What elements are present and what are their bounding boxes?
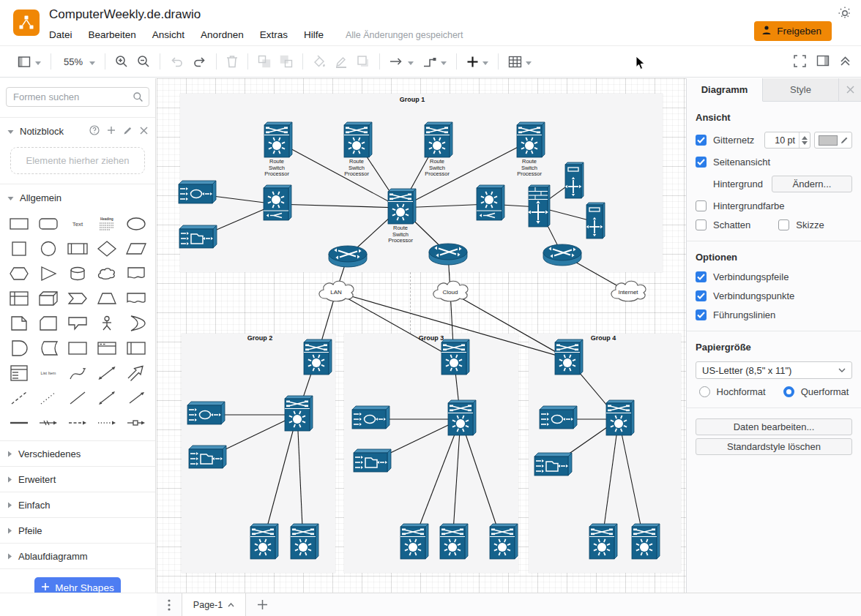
diagram-node-rsp[interactable] [632,524,660,559]
panel-close-icon[interactable] [839,78,861,101]
shape-card[interactable] [34,314,63,332]
shape-rounded-rectangle[interactable] [34,214,63,233]
menu-item-5[interactable]: Hilfe [304,29,324,40]
menu-item-1[interactable]: Bearbeiten [89,29,136,40]
diagram-node-tape[interactable] [179,181,216,203]
toolbar-table-button[interactable] [504,51,536,72]
grid-size-input[interactable]: 10 pt [764,132,810,149]
diagram-edge[interactable] [277,141,400,208]
shape-step[interactable] [63,289,92,307]
toolbar-format-panel-button[interactable] [816,55,830,70]
shape-window[interactable] [92,339,122,357]
section-allgemein-header[interactable]: Allgemein [0,184,155,211]
section-pfeile[interactable]: Pfeile [0,517,155,543]
diagram-node-rsp[interactable]: RouteSwitchProcessor [388,189,416,244]
toolbar-insert-button[interactable] [462,51,493,72]
shape-or[interactable] [122,314,151,332]
diagram-node-router[interactable] [543,244,581,266]
diagram-node-rsp[interactable]: RouteSwitchProcessor [425,122,452,177]
help-icon[interactable] [89,125,100,138]
diagram-node-rsp[interactable] [441,339,469,375]
add-icon[interactable] [107,126,116,137]
paper-size-select[interactable]: US-Letter (8,5" x 11") [696,361,852,379]
shape-circle[interactable] [34,239,63,258]
toolbar-redo-button[interactable] [188,52,211,71]
diagram-node-file[interactable] [534,453,572,476]
diagram-edge[interactable] [276,204,400,208]
close-icon[interactable] [140,126,148,137]
more-shapes-button[interactable]: Mehr Shapes [34,577,121,593]
search-input[interactable] [6,87,149,107]
toolbar-fullscreen-button[interactable] [794,55,806,70]
shape-link[interactable] [34,413,63,432]
option-checkbox-0[interactable] [696,271,707,282]
diagram-node-switch[interactable] [264,185,291,220]
option-checkbox-2[interactable] [696,309,707,320]
shape-arrow-dotted[interactable] [92,413,122,432]
grid-color-button[interactable] [814,132,852,149]
diagram-node-file[interactable] [179,225,217,248]
diagram-node-rsp[interactable] [490,524,518,559]
diagram-node-tape[interactable] [187,402,225,424]
shape-bidirectional-connector[interactable] [92,388,122,407]
diagram-edge[interactable] [336,292,454,358]
menu-item-0[interactable]: Datei [49,29,72,40]
shape-directional-connector[interactable] [122,388,151,407]
edit-data-button[interactable]: Daten bearbeiten... [696,418,852,435]
toolbar-zoom-out-button[interactable] [133,51,154,72]
shape-cylinder[interactable] [63,264,92,282]
shape-document[interactable] [122,264,151,282]
theme-toggle-icon[interactable] [838,6,852,23]
tab-diagramm[interactable]: Diagramm [687,78,763,102]
grid-size-stepper[interactable] [799,132,810,148]
section-ablaufdiagramm[interactable]: Ablaufdiagramm [0,543,155,568]
section-verschiedenes[interactable]: Verschiedenes [0,440,155,466]
shape-annotated-connector[interactable] [122,413,151,432]
diagram-node-rsp[interactable]: RouteSwitchProcessor [517,122,545,177]
diagram-node-tape[interactable] [540,406,577,429]
diagram-node-router[interactable] [329,246,367,267]
diagram-node-rsp[interactable] [440,524,468,559]
shape-diamond[interactable] [92,239,122,258]
diagram-node-switch[interactable] [477,185,504,220]
shape-actor[interactable] [92,314,122,332]
shape-dotted-line[interactable] [34,388,63,407]
diagram-node-cloud[interactable]: LAN [319,281,354,301]
page-view-checkbox[interactable] [696,157,707,168]
shape-arrow-dashed[interactable] [63,413,92,432]
menu-item-4[interactable]: Extras [260,29,288,40]
toolbar-collapse-button[interactable] [840,56,851,70]
toolbar-zoom-level[interactable]: 55% [56,51,100,72]
shape-textbox[interactable]: Heading [92,214,122,233]
diagram-node-cloud[interactable]: Cloud [433,281,468,301]
shape-rectangle[interactable] [4,214,34,233]
shadow-checkbox[interactable] [696,219,707,230]
diagram-canvas[interactable]: RouteSwitchProcessorRouteSwitchProcessor… [157,78,686,593]
tab-style[interactable]: Style [763,78,839,101]
section-einfach[interactable]: Einfach [0,492,155,517]
shape-and[interactable] [4,339,34,357]
toolbar-view-toggle-button[interactable] [13,51,45,72]
diagram-node-rsp[interactable] [555,339,583,375]
diagram-node-server[interactable] [586,203,605,238]
portrait-radio[interactable] [699,386,710,397]
shape-parallelogram[interactable] [122,239,151,258]
shape-tape[interactable] [122,289,151,307]
diagram-node-rsp[interactable] [589,524,617,559]
shape-line[interactable] [63,388,92,407]
toolbar-zoom-in-button[interactable] [111,51,133,72]
shape-cube[interactable] [34,289,63,307]
sketch-checkbox[interactable] [778,219,789,230]
option-checkbox-1[interactable] [696,290,707,301]
diagram-edge[interactable] [400,141,529,208]
shape-process[interactable] [63,239,92,258]
diagram-node-cloud[interactable]: Internet [611,281,646,301]
diagram-node-router[interactable] [429,244,467,265]
share-button[interactable]: Freigeben [754,21,832,41]
shape-bidirectional-arrow[interactable] [92,364,122,382]
diagram-node-rsp[interactable] [285,396,313,431]
diagram-node-firewall[interactable] [528,185,550,227]
diagram-node-rsp[interactable]: RouteSwitchProcessor [344,122,372,177]
shape-callout[interactable] [63,314,92,332]
shape-square[interactable] [4,239,34,258]
